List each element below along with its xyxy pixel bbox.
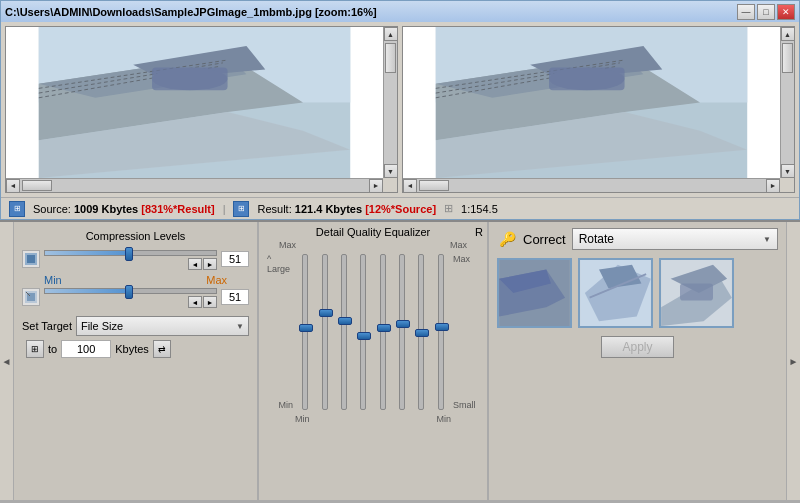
source-image (6, 27, 383, 178)
vscroll-up[interactable]: ▲ (384, 27, 398, 41)
rotate-arrow-icon: ▼ (763, 235, 771, 244)
svg-rect-20 (549, 68, 625, 91)
wrench-icon: 🔑 (497, 229, 517, 249)
file-size-dropdown[interactable]: File Size ▼ (76, 316, 249, 336)
apply-button[interactable]: Apply (601, 336, 673, 358)
eq-slider-8[interactable] (433, 254, 449, 410)
source-vscroll[interactable]: ▲ ▼ (383, 27, 397, 178)
eq-small-label: Small (453, 400, 476, 410)
left-toggle-button[interactable]: ◄ (0, 222, 14, 500)
maximize-button[interactable]: □ (757, 4, 775, 20)
min-label: Min (44, 274, 62, 286)
window-body: ▲ ▼ ◄ ► (0, 22, 800, 220)
eq-container: ^ Large Min (265, 252, 481, 412)
slider1-row: ◄ ► 51 (22, 248, 249, 270)
thumbnail-1[interactable] (497, 258, 572, 328)
dropdown-arrow-icon: ▼ (236, 322, 244, 331)
eq-slider-5[interactable] (375, 254, 391, 410)
result-percent: [12%*Source] (365, 203, 436, 215)
eq-min-bottom-right: Min (436, 414, 451, 424)
vscroll-down2[interactable]: ▼ (781, 164, 795, 178)
file-size-label: File Size (81, 320, 123, 332)
hscroll-right[interactable]: ► (369, 179, 383, 193)
ratio-divider: ⊞ (444, 202, 453, 215)
correct-label: Correct (523, 232, 566, 247)
thumbnail-2[interactable] (578, 258, 653, 328)
eq-max-right: Max (453, 254, 470, 264)
result-image-panel: ▲ ▼ ◄ ► (402, 26, 795, 193)
hscroll-left[interactable]: ◄ (6, 179, 20, 193)
eq-max-label: Max (279, 240, 296, 250)
svg-rect-30 (499, 260, 570, 326)
right-arrow-icon: ► (789, 356, 799, 367)
vscroll-down[interactable]: ▼ (384, 164, 398, 178)
slider1-track[interactable] (44, 250, 217, 256)
svg-rect-9 (152, 68, 228, 91)
left-arrow-icon: ◄ (2, 356, 12, 367)
bottom-panel: ◄ Compression Levels ◄ ► (0, 220, 800, 500)
ratio-value: 1:154.5 (461, 203, 498, 215)
window-controls: — □ ✕ (737, 4, 795, 20)
minimize-button[interactable]: — (737, 4, 755, 20)
apply-row: Apply (497, 336, 778, 358)
equalizer-section: Detail Quality Equalizer R Max Max ^ Lar… (259, 222, 489, 500)
eq-right-label: Max Small (451, 252, 481, 412)
slider2-value[interactable]: 51 (221, 289, 249, 305)
slider1-value[interactable]: 51 (221, 251, 249, 267)
hscroll-left2[interactable]: ◄ (403, 179, 417, 193)
eq-reset-button[interactable]: R (475, 226, 483, 238)
svg-rect-38 (680, 284, 713, 301)
result-icon: ⊞ (233, 201, 249, 217)
source-label: Source: 1009 Kbytes [831%*Result] (33, 203, 215, 215)
compression-section: Compression Levels ◄ ► 51 (14, 222, 259, 500)
vscroll-track (384, 41, 397, 164)
result-hscroll[interactable]: ◄ ► (403, 178, 780, 192)
eq-slider-3[interactable] (336, 254, 352, 410)
slider1-right[interactable]: ► (203, 258, 217, 270)
eq-slider-1[interactable] (297, 254, 313, 410)
eq-min-bottom: Min (295, 414, 310, 424)
hscroll-thumb2[interactable] (419, 180, 449, 191)
result-image (403, 27, 780, 178)
vscroll-up2[interactable]: ▲ (781, 27, 795, 41)
right-toggle-button[interactable]: ► (786, 222, 800, 500)
result-vscroll[interactable]: ▲ ▼ (780, 27, 794, 178)
eq-sliders (295, 252, 451, 412)
target-input[interactable] (61, 340, 111, 358)
scroll-corner (383, 178, 397, 192)
image-quality-icon1 (22, 250, 40, 268)
source-hscroll[interactable]: ◄ ► (6, 178, 383, 192)
eq-left-label: ^ Large Min (265, 252, 295, 412)
source-percent: [831%*Result] (141, 203, 214, 215)
rotate-dropdown[interactable]: Rotate ▼ (572, 228, 778, 250)
eq-labels-top: Max Max (265, 240, 481, 250)
kbytes-label: Kbytes (115, 343, 149, 355)
set-target-label: Set Target (22, 320, 72, 332)
rotate-label: Rotate (579, 232, 614, 246)
status-divider: | (223, 203, 226, 215)
to-label: to (48, 343, 57, 355)
result-label: Result: 121.4 Kbytes [12%*Source] (257, 203, 436, 215)
eq-slider-6[interactable] (394, 254, 410, 410)
slider2-right[interactable]: ► (203, 296, 217, 308)
vscroll-thumb2[interactable] (782, 43, 793, 73)
hscroll-thumb[interactable] (22, 180, 52, 191)
target-icon-left[interactable]: ⊞ (26, 340, 44, 358)
target-icon-right[interactable]: ⇄ (153, 340, 171, 358)
hscroll-right2[interactable]: ► (766, 179, 780, 193)
eq-slider-2[interactable] (316, 254, 332, 410)
image-quality-icon2 (22, 288, 40, 306)
slider1-left[interactable]: ◄ (188, 258, 202, 270)
thumbnail-3[interactable] (659, 258, 734, 328)
slider2-left[interactable]: ◄ (188, 296, 202, 308)
slider2-row: ◄ ► 51 (22, 286, 249, 308)
correct-section: 🔑 Correct Rotate ▼ (489, 222, 786, 500)
eq-min-label-left: Min (278, 400, 293, 410)
slider2-track[interactable] (44, 288, 217, 294)
set-target-row: Set Target File Size ▼ (22, 316, 249, 336)
eq-slider-4[interactable] (355, 254, 371, 410)
slider2-container: ◄ ► (44, 286, 217, 308)
vscroll-thumb[interactable] (385, 43, 396, 73)
eq-slider-7[interactable] (413, 254, 429, 410)
close-button[interactable]: ✕ (777, 4, 795, 20)
